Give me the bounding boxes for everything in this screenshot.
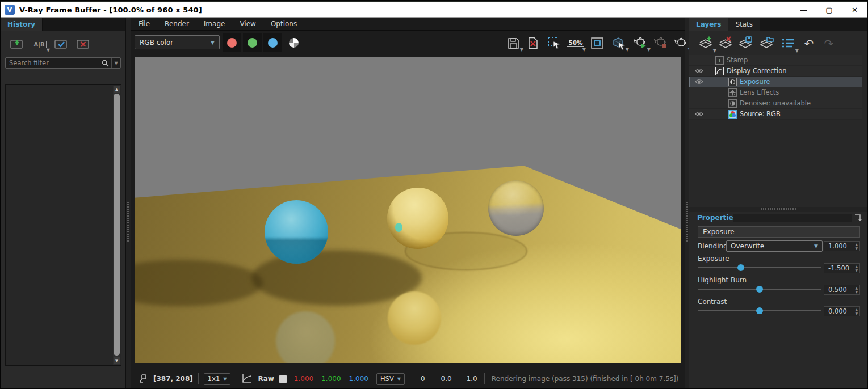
search-filter-input[interactable]	[6, 58, 99, 68]
menu-file[interactable]: File	[139, 20, 150, 28]
tab-stats[interactable]: Stats	[728, 18, 760, 31]
denoiser-icon	[728, 99, 737, 108]
minimize-button[interactable]: —	[791, 2, 816, 17]
layers-panel: Layers Stats ▼ ▼ ↶ ↷	[689, 18, 868, 389]
cyan-sphere	[265, 200, 328, 264]
save-layer-tree-button[interactable]	[737, 35, 754, 52]
scroll-down-icon[interactable]: ▼	[114, 357, 120, 364]
properties-header: Properties	[689, 212, 868, 225]
left-splitter[interactable]	[126, 18, 131, 389]
channel-select[interactable]: RGB color ▼	[135, 35, 220, 49]
blending-select[interactable]: Overwrite ▼	[726, 240, 823, 252]
red-channel-button[interactable]	[223, 33, 241, 52]
blending-weight-spinner[interactable]: 1.000 ▲▼	[824, 241, 860, 251]
green-dot-icon	[248, 38, 257, 48]
pixel-ratio-select[interactable]: 1x1▼	[204, 373, 231, 385]
slider-thumb[interactable]	[756, 286, 763, 293]
menu-view[interactable]: View	[240, 20, 255, 28]
raw-label: Raw	[258, 375, 274, 383]
zoom-50-button[interactable]: 50% ▼	[568, 35, 584, 51]
layers-tabbar: Layers Stats	[689, 18, 868, 31]
region-select-button[interactable]	[546, 35, 562, 51]
exposure-icon	[728, 78, 737, 86]
chevron-down-icon: ▼	[223, 377, 227, 382]
highlight-burn-value-spinner[interactable]: 0.500 ▲▼	[824, 285, 860, 295]
vray-logo-icon: V	[5, 5, 15, 15]
menu-render[interactable]: Render	[165, 20, 189, 28]
titlebar[interactable]: V V-Ray Frame Buffer - [100.0% of 960 x …	[1, 2, 867, 18]
hue-value: 0	[421, 375, 425, 383]
add-layer-button[interactable]: ▼	[697, 35, 714, 52]
delete-layer-button[interactable]	[717, 35, 734, 52]
exposure-value-spinner[interactable]: -1.500 ▲▼	[824, 263, 860, 273]
mono-channel-button[interactable]	[289, 38, 299, 48]
red-dot-icon	[227, 38, 237, 48]
saturation-value: 0.0	[441, 375, 452, 383]
vfb-window: V V-Ray Frame Buffer - [100.0% of 960 x …	[0, 0, 868, 389]
undo-button[interactable]: ↶	[800, 35, 817, 52]
layer-row-stamp[interactable]: i Stamp	[689, 55, 862, 66]
color-mode-select[interactable]: HSV▼	[376, 373, 405, 385]
save-image-button[interactable]: ▼	[505, 35, 521, 51]
scene-shadow	[251, 250, 422, 306]
history-compare-button[interactable]: A|B ▼	[31, 37, 48, 52]
history-remove-button[interactable]	[75, 37, 92, 52]
lens-effects-icon	[728, 88, 737, 97]
exposure-slider-label: Exposure	[698, 255, 729, 263]
render-button[interactable]: ▼	[632, 35, 648, 51]
tab-history[interactable]: History	[1, 18, 43, 31]
properties-options-icon[interactable]	[854, 213, 864, 222]
color-curve-icon[interactable]	[241, 374, 253, 384]
layer-row-display-correction[interactable]: Display Correction	[689, 66, 862, 77]
region-render-button[interactable]	[589, 35, 605, 51]
scrollbar-thumb[interactable]	[114, 94, 120, 356]
scroll-up-icon[interactable]: ▲	[114, 86, 120, 93]
load-layer-tree-button[interactable]	[758, 35, 775, 52]
history-load-button[interactable]	[53, 37, 70, 52]
redo-button[interactable]: ↷	[820, 35, 837, 52]
pin-coordinates-icon[interactable]	[139, 374, 148, 384]
chevron-down-icon: ▼	[814, 243, 818, 249]
search-options-dropdown[interactable]: ▼	[111, 58, 120, 68]
history-scrollbar[interactable]: ▲ ▼	[113, 86, 120, 365]
right-splitter[interactable]	[685, 18, 689, 389]
layer-row-exposure[interactable]: Exposure	[689, 77, 862, 87]
history-list[interactable]: ▲ ▼	[5, 84, 121, 366]
contrast-value-spinner[interactable]: 0.000 ▲▼	[824, 306, 860, 316]
contrast-slider[interactable]	[698, 307, 821, 315]
layer-row-denoiser[interactable]: Denoiser: unavailable	[689, 98, 862, 109]
status-bar: [387, 208] 1x1▼ Raw 1.000 1.000 1.000 HS…	[131, 370, 685, 387]
render-viewport[interactable]	[135, 57, 681, 363]
blue-channel-button[interactable]	[263, 33, 282, 52]
visibility-eye-icon[interactable]	[689, 68, 708, 74]
clear-image-button[interactable]	[525, 35, 541, 51]
exposure-slider[interactable]	[698, 264, 821, 272]
menu-bar: File Render Image View Options	[131, 18, 685, 31]
green-channel-button[interactable]	[243, 33, 262, 52]
layer-row-lens-effects[interactable]: Lens Effects	[689, 87, 862, 98]
menu-options[interactable]: Options	[271, 20, 297, 28]
visibility-eye-icon[interactable]	[689, 79, 708, 84]
value-value: 1.0	[467, 375, 477, 383]
stop-render-button[interactable]	[653, 35, 669, 51]
highlight-burn-slider[interactable]	[698, 285, 821, 293]
menu-image[interactable]: Image	[204, 20, 225, 28]
visibility-eye-icon[interactable]	[689, 111, 708, 117]
layer-row-source-rgb[interactable]: Source: RGB	[689, 109, 862, 120]
close-button[interactable]: ✕	[842, 2, 867, 17]
layers-toolbar: ▼ ▼ ↶ ↷	[689, 31, 868, 55]
layer-presets-button[interactable]: ▼	[779, 35, 796, 52]
slider-thumb[interactable]	[756, 307, 763, 314]
highlight-burn-slider-label: Highlight Burn	[698, 276, 747, 284]
properties-splitter[interactable]	[689, 207, 868, 212]
maximize-button[interactable]: ▢	[816, 2, 842, 17]
follow-mouse-button[interactable]: ▼	[611, 35, 627, 51]
blending-label: Blending	[698, 242, 726, 250]
slider-thumb[interactable]	[737, 264, 744, 271]
tab-layers[interactable]: Layers	[689, 18, 728, 31]
pixel-color-swatch	[279, 375, 287, 383]
chevron-down-icon: ▼	[47, 48, 50, 53]
render-last-button[interactable]: ▼	[673, 35, 689, 51]
history-search: ▼	[5, 57, 121, 69]
history-save-button[interactable]	[9, 37, 26, 52]
